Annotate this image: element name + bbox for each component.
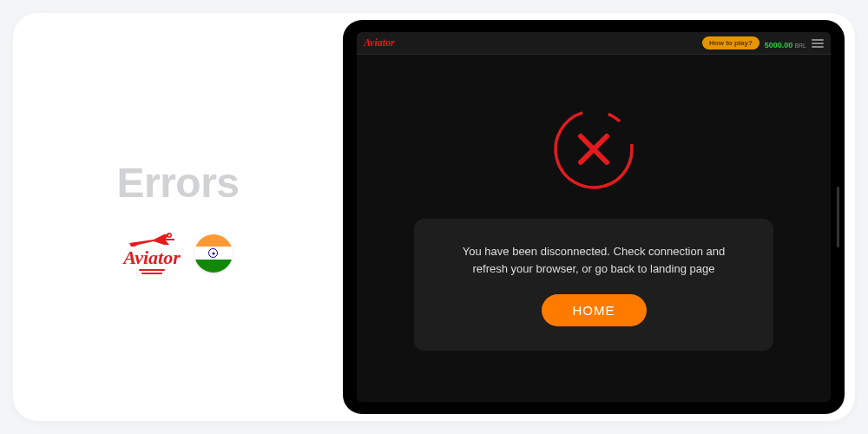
main-card: Errors Aviator Aviator xyxy=(13,13,855,421)
india-flag-icon xyxy=(194,234,233,273)
app-body: You have been disconnected. Check connec… xyxy=(357,55,831,402)
home-button[interactable]: HOME xyxy=(542,294,647,326)
balance-display: 5000.00BRL xyxy=(765,36,806,51)
hamburger-menu-icon[interactable] xyxy=(812,39,824,48)
tablet-device: Aviator How to play? 5000.00BRL xyxy=(343,20,845,414)
app-screen: Aviator How to play? 5000.00BRL xyxy=(357,32,831,402)
app-header: Aviator How to play? 5000.00BRL xyxy=(357,32,831,55)
balance-currency: BRL xyxy=(794,43,806,49)
aviator-logo: Aviator xyxy=(123,231,181,275)
errors-heading: Errors xyxy=(116,159,239,207)
how-to-play-button[interactable]: How to play? xyxy=(702,36,760,49)
aviator-underline-icon xyxy=(139,269,165,275)
app-brand-logo: Aviator xyxy=(364,36,395,49)
left-panel: Errors Aviator xyxy=(13,13,343,421)
aviator-brand-text: Aviator xyxy=(123,247,181,269)
error-message-text: You have been disconnected. Check connec… xyxy=(449,243,740,277)
error-message-box: You have been disconnected. Check connec… xyxy=(414,219,774,351)
header-right-group: How to play? 5000.00BRL xyxy=(702,36,824,51)
balance-amount: 5000.00 xyxy=(765,41,793,49)
logo-row: Aviator xyxy=(123,231,233,275)
error-x-icon xyxy=(550,106,637,193)
svg-point-0 xyxy=(168,233,171,237)
